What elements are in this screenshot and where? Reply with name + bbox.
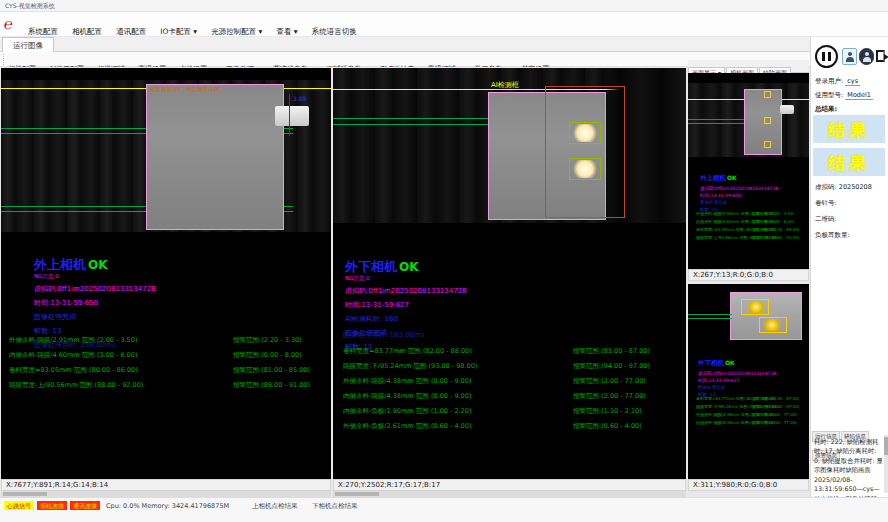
measure-row: 卷料宽度=83.77mm 范围:(82.00 - 88.00)报警范围:(83.… (343, 347, 650, 362)
model-row: 使用型号: Model1 (815, 91, 873, 100)
virtual-code-row: 虚拟码: 20250208 (815, 183, 872, 192)
upper-camera-check[interactable]: 上相机点检结果 (252, 502, 298, 511)
exit-button[interactable] (875, 48, 888, 65)
login-user-value: cys (845, 77, 860, 86)
measure-row: 外侧余料-负极/2.61mm 范围:(0.60 - 4.00)报警范围:(0.6… (343, 422, 650, 437)
defect-roi-box (569, 158, 601, 180)
measure-row: 卷料宽度=83.05mm 范围:(80.00 - 86.00)报警范围:(81.… (9, 366, 310, 381)
qr-code-row: 二维码: (815, 215, 837, 224)
pause-button[interactable] (815, 45, 838, 68)
status-bar: 心跳信号 相机连接 通讯连接 Cpu: 0.0% Memory: 3424.41… (0, 497, 888, 522)
measure-row: 内侧余料-隔膜/4.60mm 范围:(3.00 - 6.00)报警范围:(0.0… (9, 351, 310, 366)
user-login-button[interactable] (842, 48, 857, 65)
measure-row: 外侧余料-隔膜/2.91mm 范围:(2.00 - 3.50)报警范围:(2.2… (9, 336, 310, 351)
tab-run-image[interactable]: 运行图像 (2, 37, 54, 52)
camera-name: 外下相机 (345, 259, 397, 274)
tab-count-row: 负极耳数量: (815, 231, 850, 240)
virtual-code-value: 20250208 (839, 183, 872, 191)
menu-light-config[interactable]: 光源控制配置 ▾ (211, 27, 262, 36)
blue-measure-marker (289, 94, 290, 136)
ng-summary: NG汇总:0 (34, 273, 156, 280)
virtual-code: 虚拟码:0ff1im2025020813313472B (345, 286, 467, 296)
camera-view-lower[interactable]: AI检测框 外下相机OK NG汇总:0 虚拟码:0ff1im2025020813… (333, 68, 686, 479)
mini-overlay-upper: 外上相机OK 虚拟码:0ff1im2025020813313472B 时间:13… (700, 165, 778, 212)
mini-view-upper[interactable]: 外上相机OK 虚拟码:0ff1im2025020813313472B 时间:13… (688, 73, 809, 269)
virtual-code: 虚拟码:0ff1im2025020813313472B (34, 284, 156, 294)
mini-image-lower[interactable] (730, 292, 802, 340)
app-window: CYS-视觉检测系统 ℮ 系统配置 相机配置 通讯配置 IO卡配置 ▾ 光源控制… (0, 0, 888, 522)
separator-roi: 固定阈值:93，动态阈值:100 (146, 84, 284, 230)
capture-time: 时间:13-31-59-627 (345, 300, 467, 310)
mini-view-lower[interactable]: 外下相机OK 虚拟码:0ff1im2025020813313472B 时间:13… (688, 284, 809, 479)
metal-clip (275, 106, 309, 126)
pixel-coordinates-upper: X:7677;Y:891;R:14;G:14;B:14 (1, 479, 331, 491)
pixel-coordinates-mini-upper: X:267;Y:13;R:0;G:0;B:0 (688, 269, 809, 281)
log-scrollbar[interactable] (884, 435, 888, 493)
cpu-memory-text: Cpu: 0.0% Memory: 3424.41796875M (106, 502, 229, 510)
menu-io-config[interactable]: IO卡配置 ▾ (160, 27, 197, 36)
menu-language-switch[interactable]: 系统语言切换 (312, 27, 357, 36)
camera-view-upper[interactable]: 固定阈值:93，动态阈值:100 3.88 外上相机OK NG汇总:0 虚拟码:… (1, 68, 331, 479)
titlebar: CYS-视觉检测系统 (0, 0, 888, 12)
mini-rows-upper: 外侧余料-隔膜/2.91mm 范围:(2.00 - 3.50)报警范围:(2.2… (696, 211, 799, 243)
login-user-row: 登录用户: cys (815, 77, 860, 86)
person-icon (846, 52, 854, 62)
user-switch-button[interactable] (859, 48, 874, 65)
control-panel: 登录用户: cys 使用型号: Model1 总结果: 结果 结果 虚拟码: 2… (810, 37, 888, 497)
menu-comm-config[interactable]: 通讯配置 (116, 27, 146, 36)
mini-rows-lower: 卷料宽度=83.77mm 范围:(82.00 - 88.00)报警范围:(83.… (696, 396, 799, 428)
heartbeat-badge: 心跳信号 (4, 501, 34, 510)
arrow-icon (884, 54, 888, 60)
window-title: CYS-视觉检测系统 (5, 2, 55, 9)
menu-view[interactable]: 查看 ▾ (276, 27, 297, 36)
measure-line-green (333, 124, 493, 125)
info-tabs: 运行信息缺陷信息报警信息 (811, 423, 888, 435)
toolbar-handle (3, 54, 5, 65)
result-badge-lower: 结果 (813, 148, 885, 176)
menu-camera-config[interactable]: 相机配置 (72, 27, 102, 36)
camera-image-upper[interactable]: 固定阈值:93，动态阈值:100 3.88 (1, 80, 331, 232)
mini-view-tabs: 画面显示 ▾相机画面缺陷画面 (688, 60, 809, 73)
capture-time: 时间:13-31-59-650 (34, 298, 156, 308)
lower-camera-check[interactable]: 下相机点检结果 (312, 502, 358, 511)
comm-connect-badge: 通讯连接 (70, 501, 100, 510)
ng-summary: NG汇总:0 (345, 275, 467, 282)
process-done: 图像处理完成 (34, 312, 156, 322)
measure-row: 内侧余料-隔膜/4.38mm 范围:(0.00 - 9.00)报警范围:(2.0… (343, 392, 650, 407)
roi-marker (764, 117, 771, 124)
ai-elapsed: AI检测耗时: 160 (345, 314, 467, 324)
ai-detect-box (545, 86, 625, 218)
frame-count: 帧数: 13 (34, 326, 156, 336)
model-value: Model1 (845, 91, 873, 100)
roi-marker (764, 141, 771, 148)
person-icon (863, 52, 871, 62)
measure-row: 外侧余料-隔膜/4.38mm 范围:(0.00 - 9.00)报警范围:(2.0… (343, 377, 650, 392)
tab-row: 运行图像 (0, 37, 888, 52)
measure-row: 隔膜宽度-上/90.56mm 范围:(88.00 - 92.00)报警范围:(8… (9, 381, 310, 396)
measure-line-green (333, 118, 493, 119)
roi-marker (764, 91, 771, 98)
defect-roi-box (569, 122, 601, 144)
threshold-label: 固定阈值:93，动态阈值:100 (150, 86, 221, 93)
measure-row: 隔膜宽度-下/95.24mm 范围:(93.00 - 98.00)报警范围:(9… (343, 362, 650, 377)
result-badge-upper: 结果 (813, 115, 885, 143)
pixel-coordinates-lower: X:270;Y:2502;R:17;G:17;B:17 (333, 479, 686, 491)
measurement-rows-upper: 外侧余料-隔膜/2.91mm 范围:(2.00 - 3.50)报警范围:(2.2… (9, 336, 310, 396)
result-ok: OK (88, 258, 108, 272)
app-logo-icon: ℮ (3, 15, 24, 33)
pixel-coordinates-mini-lower: X:311;Y:980;R:0;G:0;B:0 (688, 479, 809, 491)
process-elapsed: 图像处理用时: 163.00ms (343, 330, 650, 340)
camera-image-lower[interactable]: AI检测框 (333, 68, 686, 223)
mini-overlay-lower: 外下相机OK 虚拟码:0ff1im2025020813313472B 时间:13… (698, 350, 776, 397)
pin-number-row: 卷针号: (815, 199, 837, 208)
mini-image-upper[interactable] (688, 83, 809, 157)
measurement-rows-lower: 图像处理用时: 163.00ms 卷料宽度=83.77mm 范围:(82.00 … (343, 330, 650, 437)
menubar: ℮ 系统配置 相机配置 通讯配置 IO卡配置 ▾ 光源控制配置 ▾ 查看 ▾ 系… (0, 12, 888, 37)
blue-measure-value: 3.88 (293, 95, 306, 102)
total-result-label: 总结果: (815, 105, 837, 114)
menu-system-config[interactable]: 系统配置 (28, 27, 58, 36)
measure-row: 内侧余料-负极/1.90mm 范围:(1.00 - 2.20)报警范围:(1.1… (343, 407, 650, 422)
ai-box-label: AI检测框 (491, 80, 519, 90)
camera-name: 外上相机 (34, 257, 86, 272)
result-ok: OK (399, 260, 419, 274)
